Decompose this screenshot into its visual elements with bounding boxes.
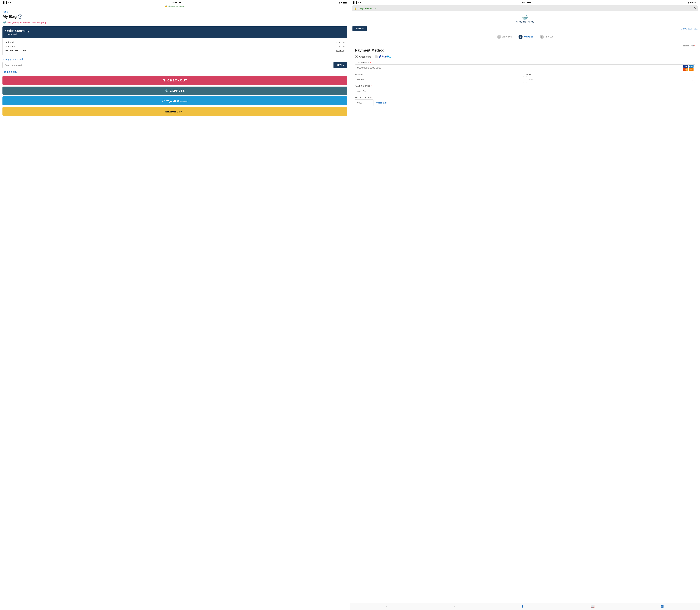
payment-title: Payment Method <box>355 48 695 52</box>
credit-card-radio[interactable] <box>355 55 358 58</box>
step-payment[interactable]: 2 PAYMENT <box>519 35 533 39</box>
tabs-nav-icon[interactable]: ⊡ <box>661 605 664 608</box>
amazon-label: amazon pay <box>164 109 182 113</box>
name-on-card-label: NAME ON CARD * <box>355 85 695 87</box>
sign-in-row: SIGN IN 1-800-892-4982 <box>350 25 700 33</box>
battery-icon-right: ▮ <box>697 2 698 4</box>
shipping-notice: 🐳 You Qualify for Free Ground Shipping! <box>2 21 347 24</box>
card-number-input[interactable] <box>355 64 695 71</box>
year-chevron-icon: ⌄ <box>691 78 693 81</box>
paypal-checkout-label: Check out <box>177 100 188 102</box>
status-bar-right: ▐▐▐ AT&T ⇡ 6:03 PM ◎ ➤ 57% ▮ <box>350 0 700 4</box>
paypal-logo-text1: Pay <box>382 55 386 58</box>
whale-shipping-icon: 🐳 <box>2 21 6 24</box>
step-shipping-label: SHIPPING <box>502 36 512 38</box>
breadcrumb-home[interactable]: Home <box>2 11 8 13</box>
checkout-bag-icon: 🛍 <box>162 79 166 82</box>
paypal-btn-label: PayPal <box>166 99 176 103</box>
total-value: $226.00 <box>335 49 345 52</box>
url-content-right: 🔒 vineyardvines.com <box>354 7 377 10</box>
security-row: What's this? ⌄ <box>355 99 695 106</box>
required-asterisk: * <box>694 45 695 47</box>
whale-logo-icon: 🐋 <box>522 14 528 20</box>
security-field <box>355 99 373 106</box>
subtotal-value: $226.00 <box>336 41 345 44</box>
bookmarks-nav-icon[interactable]: 📖 <box>590 605 594 608</box>
checkout-label: CHECKOUT <box>168 79 187 82</box>
credit-card-option[interactable]: Credit Card <box>355 55 371 58</box>
promo-section: ⌄ Apply promo code... APPLY <box>2 58 347 68</box>
url-bar-right[interactable]: 🔒 vineyardvines.com ↻ <box>352 5 698 11</box>
whats-this-link[interactable]: What's this? ⌄ <box>376 102 390 106</box>
share-nav-icon[interactable]: ⬆ <box>521 605 524 608</box>
battery-pct-right: 57% <box>692 2 696 4</box>
breadcrumb[interactable]: Home › <box>2 11 347 13</box>
year-select-wrapper: 2018 2019 2020 2021 2022 2023 ⌄ <box>526 76 695 83</box>
payment-section: Payment Method Credit Card P PayPal <box>352 48 698 106</box>
step-divider-1: — <box>514 35 517 38</box>
tax-value: $0.00 <box>338 45 345 48</box>
security-code-input[interactable] <box>355 99 373 106</box>
paypal-option[interactable]: P PayPal <box>375 54 391 59</box>
arrow-icon: ➤ <box>341 2 343 4</box>
required-field-notice: Required Field * <box>352 45 698 48</box>
paypal-logo-text2: Pal <box>387 55 391 58</box>
sign-in-button[interactable]: SIGN IN <box>352 26 367 31</box>
arrow-icon-right: ➤ <box>690 2 691 4</box>
name-on-card-input[interactable] <box>355 88 695 94</box>
amazon-pay-button[interactable]: amazon pay ⌒ <box>2 107 347 116</box>
step-payment-label: PAYMENT <box>523 36 533 38</box>
express-button[interactable]: 🐳 EXPRESS <box>2 86 347 95</box>
page-title: My Bag 2 <box>2 14 347 19</box>
lock-icon-right: 🔒 <box>354 7 357 10</box>
tax-row: Sales Tax $0.00 <box>5 45 345 49</box>
checkout-steps: 1 SHIPPING — 2 PAYMENT — 3 REVIEW <box>350 33 700 41</box>
brand-name: vineyard vines <box>515 20 535 23</box>
gift-toggle[interactable]: › Is this a gift? <box>2 70 347 73</box>
back-nav-icon[interactable]: ‹ <box>386 605 387 608</box>
expires-year-row: EXPIRES * Month 1 2 3 4 5 6 7 <box>355 74 695 83</box>
total-row: ESTIMATED TOTAL* $226.00 <box>5 49 345 53</box>
card-number-label: CARD NUMBER * <box>355 62 695 64</box>
promo-toggle[interactable]: ⌄ Apply promo code... <box>2 58 347 61</box>
signal-icon: ▐▐▐ <box>2 1 7 4</box>
step-payment-circle: 2 <box>519 35 523 39</box>
total-label: ESTIMATED TOTAL* <box>5 49 26 52</box>
paypal-checkout-button[interactable]: P PayPal Check out <box>2 96 347 106</box>
whats-this-chevron-icon: ⌄ <box>388 102 390 104</box>
location-icon-right: ◎ <box>688 2 689 4</box>
bag-title-text: My Bag <box>2 14 17 19</box>
refresh-icon[interactable]: ↻ <box>694 6 696 10</box>
year-select[interactable]: 2018 2019 2020 2021 2022 2023 <box>526 76 695 83</box>
paypal-radio[interactable] <box>375 55 378 58</box>
promo-code-input[interactable] <box>2 62 332 68</box>
url-text-left: vineyardvines.com <box>169 5 185 7</box>
step-shipping-circle: 1 <box>497 35 501 39</box>
checkout-button[interactable]: 🛍 CHECKOUT <box>2 76 347 85</box>
phone-number: 1-800-892-4982 <box>681 27 698 30</box>
step-review[interactable]: 3 REVIEW <box>540 35 553 39</box>
step-shipping[interactable]: 1 SHIPPING <box>497 35 512 39</box>
order-details: Subtotal $226.00 Sales Tax $0.00 ESTIMAT… <box>2 38 347 55</box>
battery-icon: ▮▮▮▮ <box>343 2 347 4</box>
credit-card-label: Credit Card <box>359 55 371 58</box>
tax-label: Sales Tax <box>5 45 15 48</box>
url-bar-left[interactable]: 🔒 vineyardvines.com <box>0 4 350 9</box>
year-label: YEAR * <box>526 74 695 75</box>
year-field: YEAR * 2018 2019 2020 2021 2022 2023 ⌄ <box>526 74 695 83</box>
promo-toggle-label: Apply promo code... <box>5 58 26 61</box>
apply-promo-button[interactable]: APPLY <box>334 62 347 68</box>
bottom-nav-bar: ‹ › ⬆ 📖 ⊡ <box>350 603 700 610</box>
carrier-left: AT&T <box>7 1 13 4</box>
status-bar-left: ▐▐▐ AT&T ⇡ 8:56 PM ◎ ➤ ▮▮▮▮ <box>0 0 350 4</box>
security-code-label: SECURITY CODE * <box>355 97 695 98</box>
location-icon: ◎ <box>339 2 340 4</box>
step-review-label: REVIEW <box>545 36 553 38</box>
battery-area-right: ◎ ➤ 57% ▮ <box>688 2 698 4</box>
order-summary-title: Order Summary <box>5 29 345 33</box>
month-select[interactable]: Month 1 2 3 4 5 6 7 8 9 10 11 12 <box>355 76 524 83</box>
time-left: 8:56 PM <box>172 1 181 4</box>
forward-nav-icon[interactable]: › <box>454 605 455 608</box>
signal-icon-right: ▐▐▐ <box>352 1 357 4</box>
breadcrumb-chevron: › <box>9 11 10 13</box>
